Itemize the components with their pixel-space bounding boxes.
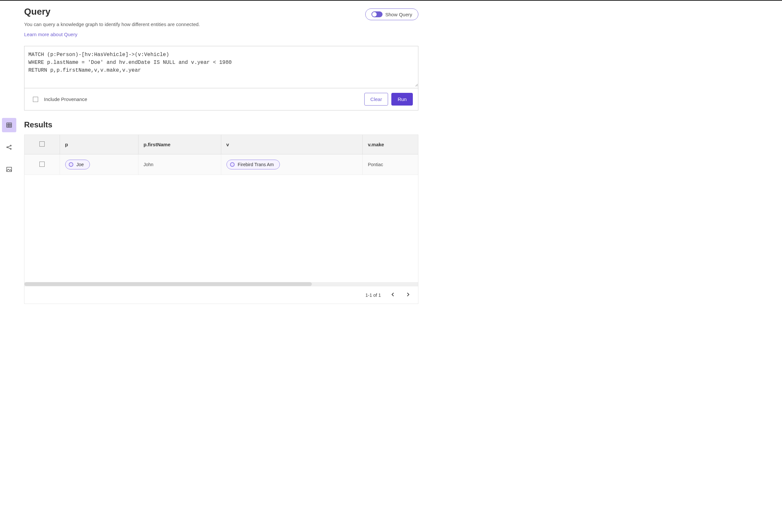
table-icon — [6, 122, 12, 128]
cell-firstname: John — [138, 154, 221, 175]
results-table-scroll[interactable]: p p.firstName v v.make — [25, 135, 418, 282]
results-panel: p p.firstName v v.make — [24, 135, 418, 304]
column-header-v[interactable]: v — [221, 135, 362, 154]
table-row: Joe John Firebird Trans Am Pontiac — [25, 154, 418, 175]
run-button[interactable]: Run — [391, 93, 413, 106]
show-query-label: Show Query — [385, 12, 412, 17]
svg-point-5 — [7, 147, 8, 148]
toggle-switch-icon — [371, 11, 383, 17]
entity-dot-icon — [230, 162, 235, 167]
scrollbar-thumb[interactable] — [25, 282, 312, 286]
query-actions: Include Provenance Clear Run — [25, 88, 418, 110]
page-subtitle: You can query a knowledge graph to ident… — [24, 22, 365, 27]
include-provenance-checkbox[interactable] — [33, 97, 38, 102]
table-header-row: p p.firstName v v.make — [25, 135, 418, 154]
svg-rect-10 — [7, 167, 12, 171]
query-input[interactable] — [25, 46, 418, 87]
svg-point-7 — [10, 148, 11, 149]
row-select-cell — [25, 154, 60, 175]
prev-page-button[interactable] — [390, 291, 396, 299]
svg-line-8 — [8, 146, 10, 147]
sidebar-table-view[interactable] — [2, 118, 16, 132]
column-header-firstname[interactable]: p.firstName — [138, 135, 221, 154]
graph-icon — [6, 144, 12, 150]
svg-rect-0 — [7, 123, 12, 127]
column-header-make[interactable]: v.make — [362, 135, 418, 154]
entity-chip-label: Joe — [77, 162, 84, 167]
sidebar-graph-view[interactable] — [2, 140, 16, 154]
column-header-p[interactable]: p — [60, 135, 138, 154]
next-page-button[interactable] — [405, 291, 411, 299]
chevron-left-icon — [391, 292, 395, 297]
entity-chip-label: Firebird Trans Am — [238, 162, 274, 167]
horizontal-scrollbar[interactable] — [25, 282, 418, 286]
pagination-label: 1-1 of 1 — [365, 292, 381, 298]
row-checkbox[interactable] — [39, 162, 45, 167]
sidebar-image-view[interactable] — [2, 162, 16, 177]
entity-chip-person[interactable]: Joe — [65, 159, 90, 169]
svg-point-6 — [10, 145, 11, 146]
learn-more-link[interactable]: Learn more about Query — [24, 32, 77, 37]
clear-button[interactable]: Clear — [364, 93, 388, 106]
page-title: Query — [24, 6, 365, 17]
chevron-right-icon — [406, 292, 410, 297]
show-query-toggle[interactable]: Show Query — [365, 8, 418, 20]
results-table: p p.firstName v v.make — [25, 135, 418, 175]
results-title: Results — [24, 120, 418, 129]
cell-make: Pontiac — [362, 154, 418, 175]
select-all-checkbox[interactable] — [39, 141, 45, 147]
entity-chip-vehicle[interactable]: Firebird Trans Am — [226, 159, 280, 169]
svg-line-9 — [8, 148, 10, 148]
entity-dot-icon — [69, 162, 73, 167]
main-content: Query You can query a knowledge graph to… — [18, 1, 429, 532]
view-sidebar — [0, 1, 18, 532]
include-provenance-label: Include Provenance — [44, 97, 87, 102]
query-panel: Include Provenance Clear Run — [24, 46, 418, 110]
select-all-header — [25, 135, 60, 154]
pagination-bar: 1-1 of 1 — [25, 286, 418, 304]
cell-p: Joe — [60, 154, 138, 175]
image-icon — [6, 166, 12, 173]
cell-v: Firebird Trans Am — [221, 154, 362, 175]
